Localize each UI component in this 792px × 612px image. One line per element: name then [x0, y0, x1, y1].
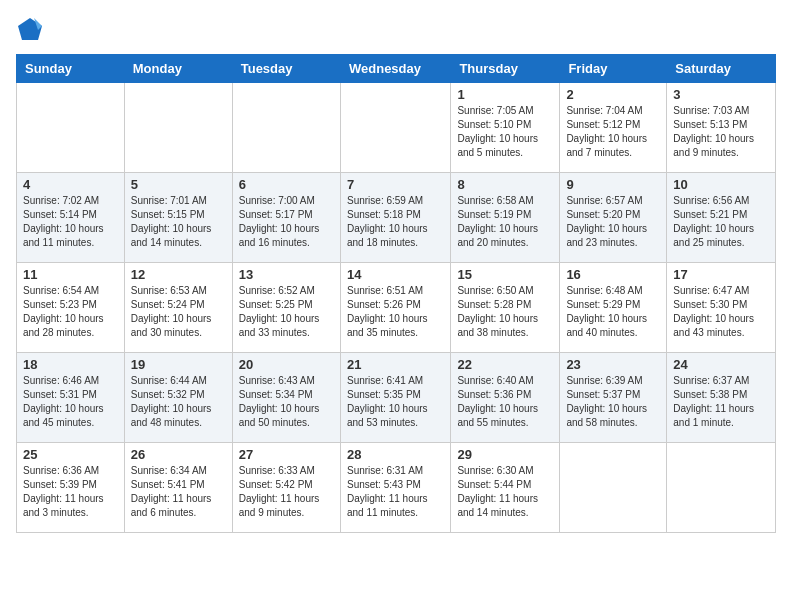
day-info: Sunrise: 6:40 AMSunset: 5:36 PMDaylight:…	[457, 374, 553, 430]
day-number: 29	[457, 447, 553, 462]
day-number: 4	[23, 177, 118, 192]
day-number: 14	[347, 267, 444, 282]
day-number: 5	[131, 177, 226, 192]
day-number: 27	[239, 447, 334, 462]
calendar-cell: 29Sunrise: 6:30 AMSunset: 5:44 PMDayligh…	[451, 443, 560, 533]
day-number: 20	[239, 357, 334, 372]
calendar-header: SundayMondayTuesdayWednesdayThursdayFrid…	[17, 55, 776, 83]
calendar-cell: 2Sunrise: 7:04 AMSunset: 5:12 PMDaylight…	[560, 83, 667, 173]
calendar-cell: 6Sunrise: 7:00 AMSunset: 5:17 PMDaylight…	[232, 173, 340, 263]
day-number: 21	[347, 357, 444, 372]
day-info: Sunrise: 6:37 AMSunset: 5:38 PMDaylight:…	[673, 374, 769, 430]
day-info: Sunrise: 6:59 AMSunset: 5:18 PMDaylight:…	[347, 194, 444, 250]
day-number: 7	[347, 177, 444, 192]
calendar-cell: 23Sunrise: 6:39 AMSunset: 5:37 PMDayligh…	[560, 353, 667, 443]
calendar-cell: 11Sunrise: 6:54 AMSunset: 5:23 PMDayligh…	[17, 263, 125, 353]
day-number: 17	[673, 267, 769, 282]
calendar-cell: 18Sunrise: 6:46 AMSunset: 5:31 PMDayligh…	[17, 353, 125, 443]
calendar-cell	[560, 443, 667, 533]
day-info: Sunrise: 6:44 AMSunset: 5:32 PMDaylight:…	[131, 374, 226, 430]
day-info: Sunrise: 6:57 AMSunset: 5:20 PMDaylight:…	[566, 194, 660, 250]
day-info: Sunrise: 7:01 AMSunset: 5:15 PMDaylight:…	[131, 194, 226, 250]
logo	[16, 16, 48, 44]
day-info: Sunrise: 6:56 AMSunset: 5:21 PMDaylight:…	[673, 194, 769, 250]
calendar-cell: 15Sunrise: 6:50 AMSunset: 5:28 PMDayligh…	[451, 263, 560, 353]
day-number: 24	[673, 357, 769, 372]
calendar-cell: 28Sunrise: 6:31 AMSunset: 5:43 PMDayligh…	[340, 443, 450, 533]
calendar-cell: 5Sunrise: 7:01 AMSunset: 5:15 PMDaylight…	[124, 173, 232, 263]
day-info: Sunrise: 6:43 AMSunset: 5:34 PMDaylight:…	[239, 374, 334, 430]
day-info: Sunrise: 6:31 AMSunset: 5:43 PMDaylight:…	[347, 464, 444, 520]
day-number: 28	[347, 447, 444, 462]
day-number: 12	[131, 267, 226, 282]
day-number: 16	[566, 267, 660, 282]
calendar-cell: 12Sunrise: 6:53 AMSunset: 5:24 PMDayligh…	[124, 263, 232, 353]
calendar-week-1: 1Sunrise: 7:05 AMSunset: 5:10 PMDaylight…	[17, 83, 776, 173]
day-number: 25	[23, 447, 118, 462]
day-number: 19	[131, 357, 226, 372]
header-cell-monday: Monday	[124, 55, 232, 83]
day-info: Sunrise: 6:33 AMSunset: 5:42 PMDaylight:…	[239, 464, 334, 520]
page-header	[16, 16, 776, 44]
calendar-cell: 7Sunrise: 6:59 AMSunset: 5:18 PMDaylight…	[340, 173, 450, 263]
calendar-cell: 20Sunrise: 6:43 AMSunset: 5:34 PMDayligh…	[232, 353, 340, 443]
day-info: Sunrise: 7:05 AMSunset: 5:10 PMDaylight:…	[457, 104, 553, 160]
calendar-cell: 9Sunrise: 6:57 AMSunset: 5:20 PMDaylight…	[560, 173, 667, 263]
calendar-week-4: 18Sunrise: 6:46 AMSunset: 5:31 PMDayligh…	[17, 353, 776, 443]
day-number: 10	[673, 177, 769, 192]
day-number: 22	[457, 357, 553, 372]
calendar-cell	[340, 83, 450, 173]
calendar-cell: 13Sunrise: 6:52 AMSunset: 5:25 PMDayligh…	[232, 263, 340, 353]
day-info: Sunrise: 6:52 AMSunset: 5:25 PMDaylight:…	[239, 284, 334, 340]
day-number: 18	[23, 357, 118, 372]
calendar-week-3: 11Sunrise: 6:54 AMSunset: 5:23 PMDayligh…	[17, 263, 776, 353]
day-info: Sunrise: 6:34 AMSunset: 5:41 PMDaylight:…	[131, 464, 226, 520]
calendar-cell: 27Sunrise: 6:33 AMSunset: 5:42 PMDayligh…	[232, 443, 340, 533]
calendar-cell: 4Sunrise: 7:02 AMSunset: 5:14 PMDaylight…	[17, 173, 125, 263]
calendar-cell: 19Sunrise: 6:44 AMSunset: 5:32 PMDayligh…	[124, 353, 232, 443]
calendar-cell: 10Sunrise: 6:56 AMSunset: 5:21 PMDayligh…	[667, 173, 776, 263]
calendar-cell	[232, 83, 340, 173]
header-cell-friday: Friday	[560, 55, 667, 83]
day-number: 15	[457, 267, 553, 282]
day-info: Sunrise: 6:51 AMSunset: 5:26 PMDaylight:…	[347, 284, 444, 340]
day-info: Sunrise: 6:50 AMSunset: 5:28 PMDaylight:…	[457, 284, 553, 340]
day-info: Sunrise: 7:00 AMSunset: 5:17 PMDaylight:…	[239, 194, 334, 250]
calendar-cell: 16Sunrise: 6:48 AMSunset: 5:29 PMDayligh…	[560, 263, 667, 353]
calendar-cell: 26Sunrise: 6:34 AMSunset: 5:41 PMDayligh…	[124, 443, 232, 533]
calendar-cell: 8Sunrise: 6:58 AMSunset: 5:19 PMDaylight…	[451, 173, 560, 263]
calendar-cell: 1Sunrise: 7:05 AMSunset: 5:10 PMDaylight…	[451, 83, 560, 173]
day-number: 6	[239, 177, 334, 192]
calendar-cell: 17Sunrise: 6:47 AMSunset: 5:30 PMDayligh…	[667, 263, 776, 353]
day-info: Sunrise: 6:58 AMSunset: 5:19 PMDaylight:…	[457, 194, 553, 250]
day-number: 23	[566, 357, 660, 372]
day-number: 9	[566, 177, 660, 192]
calendar-cell: 24Sunrise: 6:37 AMSunset: 5:38 PMDayligh…	[667, 353, 776, 443]
day-number: 2	[566, 87, 660, 102]
day-info: Sunrise: 6:46 AMSunset: 5:31 PMDaylight:…	[23, 374, 118, 430]
day-info: Sunrise: 6:39 AMSunset: 5:37 PMDaylight:…	[566, 374, 660, 430]
calendar-cell	[667, 443, 776, 533]
calendar-week-5: 25Sunrise: 6:36 AMSunset: 5:39 PMDayligh…	[17, 443, 776, 533]
day-info: Sunrise: 6:41 AMSunset: 5:35 PMDaylight:…	[347, 374, 444, 430]
day-info: Sunrise: 6:48 AMSunset: 5:29 PMDaylight:…	[566, 284, 660, 340]
calendar-cell: 14Sunrise: 6:51 AMSunset: 5:26 PMDayligh…	[340, 263, 450, 353]
calendar-cell: 21Sunrise: 6:41 AMSunset: 5:35 PMDayligh…	[340, 353, 450, 443]
day-number: 13	[239, 267, 334, 282]
logo-icon	[16, 16, 44, 44]
day-info: Sunrise: 6:36 AMSunset: 5:39 PMDaylight:…	[23, 464, 118, 520]
header-cell-tuesday: Tuesday	[232, 55, 340, 83]
calendar-cell	[124, 83, 232, 173]
day-number: 11	[23, 267, 118, 282]
calendar-cell: 3Sunrise: 7:03 AMSunset: 5:13 PMDaylight…	[667, 83, 776, 173]
calendar-body: 1Sunrise: 7:05 AMSunset: 5:10 PMDaylight…	[17, 83, 776, 533]
day-info: Sunrise: 7:02 AMSunset: 5:14 PMDaylight:…	[23, 194, 118, 250]
header-cell-wednesday: Wednesday	[340, 55, 450, 83]
day-number: 1	[457, 87, 553, 102]
header-row: SundayMondayTuesdayWednesdayThursdayFrid…	[17, 55, 776, 83]
calendar-week-2: 4Sunrise: 7:02 AMSunset: 5:14 PMDaylight…	[17, 173, 776, 263]
day-info: Sunrise: 7:04 AMSunset: 5:12 PMDaylight:…	[566, 104, 660, 160]
calendar-cell: 22Sunrise: 6:40 AMSunset: 5:36 PMDayligh…	[451, 353, 560, 443]
calendar-table: SundayMondayTuesdayWednesdayThursdayFrid…	[16, 54, 776, 533]
calendar-cell	[17, 83, 125, 173]
